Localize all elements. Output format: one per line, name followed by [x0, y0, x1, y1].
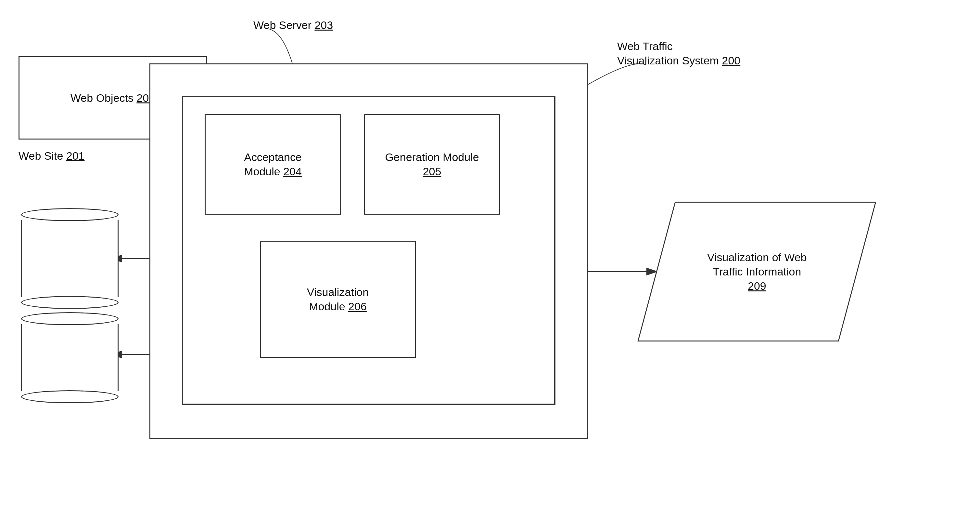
cylinder-bottom-207: [21, 296, 119, 309]
cylinder-body-207: [21, 220, 119, 297]
generation-module-box: Generation Module205: [364, 114, 500, 215]
diagram: Web Objects 202 Web Site 201 AcceptanceM…: [0, 0, 980, 508]
acceptance-module-box: AcceptanceModule 204: [205, 114, 341, 215]
visualization-module-box: VisualizationModule 206: [260, 241, 416, 358]
visualization-output-label: Visualization of WebTraffic Information2…: [707, 250, 807, 293]
cylinder-top-207: [21, 208, 119, 221]
cylinder-body-208: [21, 324, 119, 391]
visualization-module-label: VisualizationModule 206: [307, 285, 369, 313]
web-map-db-cylinder: Web Map DB 208: [21, 312, 119, 403]
web-site-label: Web Site 201: [19, 150, 85, 162]
acceptance-module-label: AcceptanceModule 204: [244, 150, 302, 179]
web-traffic-db-cylinder: Web TrafficInformation DB 207: [21, 208, 119, 309]
visualization-output-parallelogram: Visualization of WebTraffic Information2…: [637, 202, 876, 342]
web-objects-label: Web Objects 202: [70, 91, 155, 105]
cylinder-bottom-208: [21, 390, 119, 403]
generation-module-label: Generation Module205: [385, 150, 479, 179]
web-traffic-vis-system-label: Web TrafficVisualization System 200: [617, 39, 740, 68]
web-server-callout-label: Web Server 203: [253, 18, 333, 32]
cylinder-top-208: [21, 312, 119, 325]
